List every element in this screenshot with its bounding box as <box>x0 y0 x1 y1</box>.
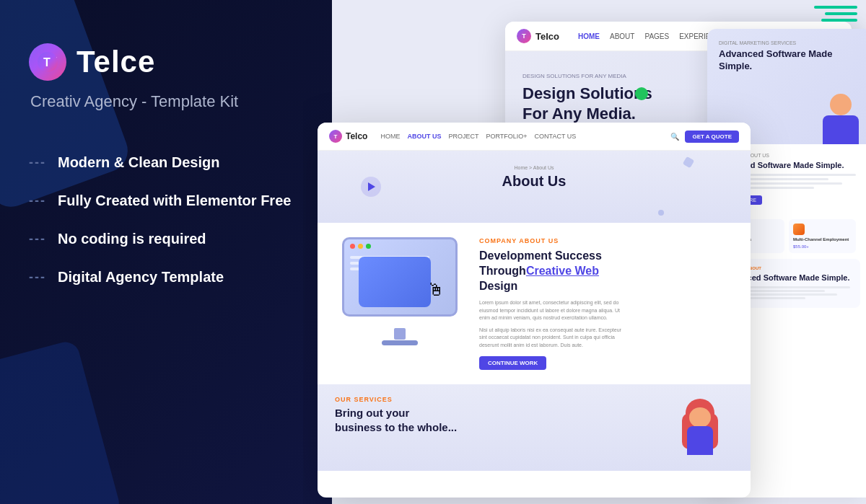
girl-body <box>687 426 713 455</box>
learn-more-button[interactable]: CONTINUE WORK <box>479 356 546 370</box>
stripe-3 <box>821 19 857 22</box>
right-strip-title: Advanced Software Made Simple. <box>719 48 854 73</box>
stripe-1 <box>814 6 857 9</box>
front-nav-contact: CONTACT US <box>535 133 577 140</box>
section-title: Development SuccessThroughCreative WebDe… <box>479 249 733 293</box>
back-nav-pages: PAGES <box>644 32 669 40</box>
section-desc-2: Nisi ut aliquip laboris nisi ex ea conse… <box>479 327 733 350</box>
monitor-dots <box>344 239 455 253</box>
brand-tagline: Creativ Agency - Template Kit <box>30 92 303 111</box>
dot-green <box>366 244 371 249</box>
front-nav-home: HOME <box>380 133 400 140</box>
feature-digital-label: Digital Agency Template <box>58 269 224 286</box>
list-item: --- Fully Created with Elementor Free <box>29 193 303 209</box>
dash-icon: --- <box>29 193 46 208</box>
brand-name: Telce <box>76 45 155 79</box>
right-panel: T Telco HOME ABOUT PAGES EXPERIENCE CONT… <box>303 0 866 504</box>
svc-title-2: Multi-Channel Employment <box>793 237 852 243</box>
svc-price-2: $55.00+ <box>793 244 852 249</box>
monitor-base <box>382 340 418 345</box>
dash-icon: --- <box>29 270 46 285</box>
back-nav-about: ABOUT <box>610 32 634 40</box>
back-logo-text: Telco <box>535 31 559 42</box>
cursor-icon: 🖱 <box>427 280 445 300</box>
deco-shape-2 <box>658 210 664 216</box>
front-content: 🖱 COMPANY ABOUT US Development SuccessTh… <box>318 223 751 384</box>
section-desc: Lorem ipsum dolor sit amet, consectetur … <box>479 299 733 322</box>
front-logo-text: Telco <box>346 131 367 141</box>
dash-icon: --- <box>29 155 46 170</box>
girl-character <box>678 399 722 471</box>
cta-button[interactable]: GET A QUOTE <box>685 131 739 143</box>
left-panel: T ✦ ✦ T Telce Creativ Agency - Template … <box>0 0 332 504</box>
right-strip-label: DIGITAL MARKETING SERVICES <box>719 40 854 45</box>
list-item: --- Digital Agency Template <box>29 269 303 286</box>
back-logo: T Telco <box>517 29 559 43</box>
front-logo-icon: T <box>329 130 342 143</box>
stripe-2 <box>825 12 857 15</box>
front-nav: HOME ABOUT US PROJECT PORTFOLIO+ CONTACT… <box>380 133 663 140</box>
dot-red <box>350 244 355 249</box>
dash-icon: --- <box>29 231 46 247</box>
front-nav-portfolio: PORTFOLIO+ <box>486 133 527 140</box>
strip-person-body <box>823 115 859 144</box>
front-logo: T Telco <box>329 130 367 143</box>
front-nav-right: 🔍 GET A QUOTE <box>670 131 739 143</box>
bottom-section-label: OUR SERVICES <box>335 396 733 403</box>
front-bottom: OUR SERVICES Bring out yourbusiness to t… <box>318 384 751 471</box>
front-nav-project: PROJECT <box>448 133 478 140</box>
front-screenshot-header: T Telco HOME ABOUT US PROJECT PORTFOLIO+… <box>318 123 751 151</box>
monitor-illustration: 🖱 <box>335 237 465 353</box>
back-hero-eyebrow: DESIGN SOLUTIONS FOR ANY MEDIA <box>522 73 667 79</box>
section-label: COMPANY ABOUT US <box>479 237 733 244</box>
right-svc-2: Multi-Channel Employment $55.00+ <box>789 219 856 253</box>
feature-list: --- Modern & Clean Design --- Fully Crea… <box>29 154 303 286</box>
strip-person-head <box>830 94 852 115</box>
search-icon[interactable]: 🔍 <box>670 133 679 141</box>
decorative-stripes <box>808 0 866 29</box>
back-logo-icon: T <box>517 29 531 43</box>
bottom-section-title: Bring out yourbusiness to the whole... <box>335 406 733 434</box>
monitor-folder-shape <box>359 257 431 307</box>
monitor-stand <box>394 328 406 340</box>
front-hero-title: About Us <box>335 173 733 190</box>
feature-nocoding-label: No coding is required <box>58 231 206 247</box>
logo-row: T ✦ ✦ T Telce <box>29 43 303 81</box>
list-item: --- Modern & Clean Design <box>29 154 303 171</box>
monitor-screen: 🖱 <box>342 237 458 317</box>
screenshot-front: T Telco HOME ABOUT US PROJECT PORTFOLIO+… <box>318 123 751 498</box>
brand-logo-icon: T ✦ ✦ T <box>29 43 66 81</box>
breadcrumb: Home > About Us <box>335 165 733 170</box>
front-hero: Home > About Us About Us <box>318 151 751 223</box>
svc-icon-2 <box>793 224 805 235</box>
dot-yellow <box>358 244 363 249</box>
right-strip-person <box>823 94 859 144</box>
play-button[interactable] <box>361 177 381 197</box>
front-text-content: COMPANY ABOUT US Development SuccessThro… <box>479 237 733 370</box>
list-item: --- No coding is required <box>29 231 303 247</box>
feature-modern-label: Modern & Clean Design <box>58 154 219 171</box>
green-dot-decoration <box>635 87 648 100</box>
front-nav-about: ABOUT US <box>407 133 441 140</box>
feature-elementor-label: Fully Created with Elementor Free <box>58 193 291 209</box>
back-nav-home: HOME <box>578 32 600 40</box>
